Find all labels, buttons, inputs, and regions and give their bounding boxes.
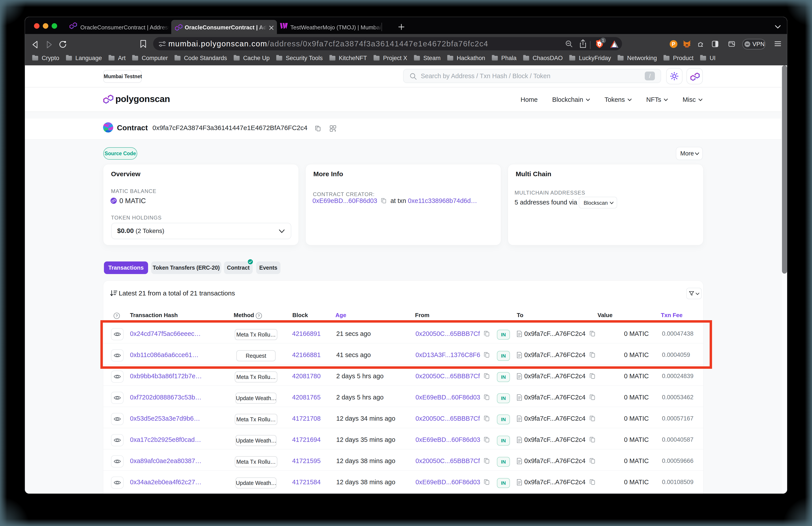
svg-text:?: ? bbox=[258, 314, 260, 318]
svg-text:?: ? bbox=[116, 314, 118, 318]
